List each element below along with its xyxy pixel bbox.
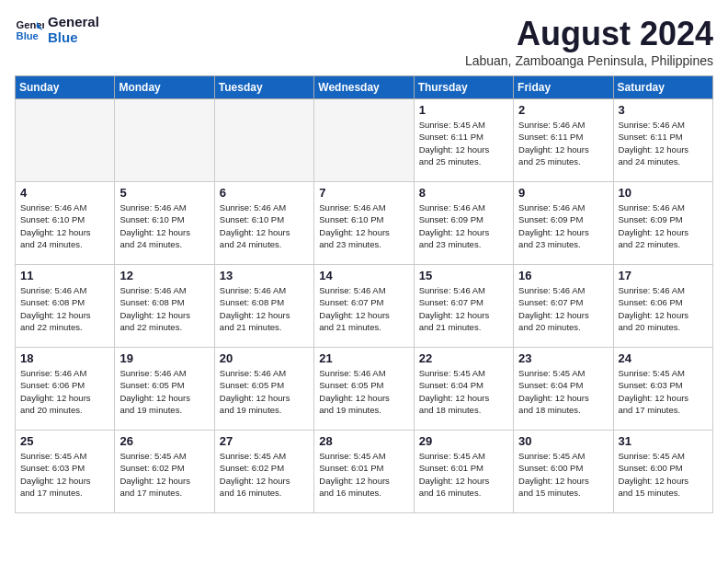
day-number: 17 [619, 269, 708, 282]
cell-info: Sunrise: 5:45 AM Sunset: 6:01 PM Dayligh… [419, 450, 508, 499]
cell-info: Sunrise: 5:45 AM Sunset: 6:03 PM Dayligh… [619, 367, 708, 416]
cell-info: Sunrise: 5:46 AM Sunset: 6:10 PM Dayligh… [20, 201, 109, 250]
calendar-cell: 17Sunrise: 5:46 AM Sunset: 6:06 PM Dayli… [613, 265, 712, 348]
header-friday: Friday [514, 76, 613, 99]
calendar-cell: 12Sunrise: 5:46 AM Sunset: 6:08 PM Dayli… [115, 265, 214, 348]
cell-info: Sunrise: 5:45 AM Sunset: 6:04 PM Dayligh… [518, 367, 608, 416]
svg-text:General: General [17, 19, 44, 30]
calendar-cell: 30Sunrise: 5:45 AM Sunset: 6:00 PM Dayli… [514, 431, 613, 513]
day-number: 20 [220, 351, 309, 365]
header-sunday: Sunday [16, 76, 115, 99]
cell-info: Sunrise: 5:46 AM Sunset: 6:10 PM Dayligh… [220, 201, 309, 250]
calendar-cell: 10Sunrise: 5:46 AM Sunset: 6:09 PM Dayli… [613, 182, 712, 265]
calendar-cell: 2Sunrise: 5:46 AM Sunset: 6:11 PM Daylig… [514, 99, 613, 182]
calendar-cell: 16Sunrise: 5:46 AM Sunset: 6:07 PM Dayli… [514, 265, 613, 348]
logo-icon: General Blue [15, 16, 44, 45]
calendar-table: SundayMondayTuesdayWednesdayThursdayFrid… [15, 75, 713, 513]
cell-info: Sunrise: 5:46 AM Sunset: 6:08 PM Dayligh… [119, 284, 209, 333]
cell-info: Sunrise: 5:46 AM Sunset: 6:07 PM Dayligh… [419, 284, 508, 333]
logo-line2: Blue [48, 30, 99, 46]
cell-info: Sunrise: 5:46 AM Sunset: 6:11 PM Dayligh… [518, 119, 608, 167]
day-number: 14 [319, 269, 408, 282]
calendar-cell: 28Sunrise: 5:45 AM Sunset: 6:01 PM Dayli… [314, 431, 414, 513]
calendar-cell: 5Sunrise: 5:46 AM Sunset: 6:10 PM Daylig… [115, 182, 214, 265]
cell-info: Sunrise: 5:46 AM Sunset: 6:09 PM Dayligh… [518, 201, 608, 250]
calendar-cell: 4Sunrise: 5:46 AM Sunset: 6:10 PM Daylig… [16, 182, 115, 265]
day-number: 31 [619, 434, 708, 448]
calendar-cell [214, 99, 313, 182]
calendar-cell: 21Sunrise: 5:46 AM Sunset: 6:05 PM Dayli… [314, 348, 414, 431]
cell-info: Sunrise: 5:45 AM Sunset: 6:00 PM Dayligh… [518, 450, 608, 499]
calendar-cell: 3Sunrise: 5:46 AM Sunset: 6:11 PM Daylig… [613, 99, 712, 182]
week-row-3: 11Sunrise: 5:46 AM Sunset: 6:08 PM Dayli… [16, 265, 713, 348]
calendar-cell: 25Sunrise: 5:45 AM Sunset: 6:03 PM Dayli… [16, 431, 115, 513]
calendar-cell: 14Sunrise: 5:46 AM Sunset: 6:07 PM Dayli… [314, 265, 414, 348]
location-subtitle: Labuan, Zamboanga Peninsula, Philippines [465, 53, 713, 68]
day-number: 27 [220, 434, 309, 448]
day-number: 6 [220, 186, 309, 200]
calendar-cell: 31Sunrise: 5:45 AM Sunset: 6:00 PM Dayli… [613, 431, 712, 513]
calendar-cell [16, 99, 115, 182]
week-row-4: 18Sunrise: 5:46 AM Sunset: 6:06 PM Dayli… [16, 348, 713, 431]
cell-info: Sunrise: 5:46 AM Sunset: 6:07 PM Dayligh… [518, 284, 608, 333]
cell-info: Sunrise: 5:46 AM Sunset: 6:10 PM Dayligh… [319, 201, 408, 250]
cell-info: Sunrise: 5:46 AM Sunset: 6:05 PM Dayligh… [119, 367, 209, 416]
cell-info: Sunrise: 5:45 AM Sunset: 6:11 PM Dayligh… [419, 119, 508, 167]
day-number: 19 [119, 351, 209, 365]
header-thursday: Thursday [414, 76, 513, 99]
cell-info: Sunrise: 5:45 AM Sunset: 6:00 PM Dayligh… [619, 450, 708, 499]
cell-info: Sunrise: 5:46 AM Sunset: 6:05 PM Dayligh… [220, 367, 309, 416]
cell-info: Sunrise: 5:45 AM Sunset: 6:02 PM Dayligh… [119, 450, 209, 499]
calendar-cell: 15Sunrise: 5:46 AM Sunset: 6:07 PM Dayli… [414, 265, 513, 348]
calendar-cell [314, 99, 414, 182]
cell-info: Sunrise: 5:46 AM Sunset: 6:06 PM Dayligh… [619, 284, 708, 333]
header-tuesday: Tuesday [214, 76, 313, 99]
calendar-cell: 29Sunrise: 5:45 AM Sunset: 6:01 PM Dayli… [414, 431, 513, 513]
day-number: 12 [119, 269, 209, 282]
calendar-cell: 11Sunrise: 5:46 AM Sunset: 6:08 PM Dayli… [16, 265, 115, 348]
day-number: 10 [619, 186, 708, 200]
day-number: 25 [20, 434, 109, 448]
day-number: 21 [319, 351, 408, 365]
day-number: 15 [419, 269, 508, 282]
cell-info: Sunrise: 5:46 AM Sunset: 6:11 PM Dayligh… [619, 119, 708, 167]
cell-info: Sunrise: 5:46 AM Sunset: 6:08 PM Dayligh… [220, 284, 309, 333]
day-number: 22 [419, 351, 508, 365]
day-number: 28 [319, 434, 408, 448]
day-number: 13 [220, 269, 309, 282]
cell-info: Sunrise: 5:46 AM Sunset: 6:08 PM Dayligh… [20, 284, 109, 333]
calendar-cell: 26Sunrise: 5:45 AM Sunset: 6:02 PM Dayli… [115, 431, 214, 513]
logo: General Blue General Blue [15, 15, 99, 45]
header-wednesday: Wednesday [314, 76, 414, 99]
cell-info: Sunrise: 5:45 AM Sunset: 6:04 PM Dayligh… [419, 367, 508, 416]
header-saturday: Saturday [613, 76, 712, 99]
day-number: 11 [20, 269, 109, 282]
calendar-cell: 27Sunrise: 5:45 AM Sunset: 6:02 PM Dayli… [214, 431, 313, 513]
calendar-cell [115, 99, 214, 182]
calendar-cell: 1Sunrise: 5:45 AM Sunset: 6:11 PM Daylig… [414, 99, 513, 182]
cell-info: Sunrise: 5:46 AM Sunset: 6:07 PM Dayligh… [319, 284, 408, 333]
title-block: August 2024 Labuan, Zamboanga Peninsula,… [465, 15, 713, 68]
calendar-cell: 19Sunrise: 5:46 AM Sunset: 6:05 PM Dayli… [115, 348, 214, 431]
day-number: 26 [119, 434, 209, 448]
calendar-cell: 13Sunrise: 5:46 AM Sunset: 6:08 PM Dayli… [214, 265, 313, 348]
header-monday: Monday [115, 76, 214, 99]
week-row-2: 4Sunrise: 5:46 AM Sunset: 6:10 PM Daylig… [16, 182, 713, 265]
calendar-cell: 20Sunrise: 5:46 AM Sunset: 6:05 PM Dayli… [214, 348, 313, 431]
day-number: 24 [619, 351, 708, 365]
day-number: 29 [419, 434, 508, 448]
cell-info: Sunrise: 5:46 AM Sunset: 6:06 PM Dayligh… [20, 367, 109, 416]
cell-info: Sunrise: 5:45 AM Sunset: 6:02 PM Dayligh… [220, 450, 309, 499]
calendar-cell: 7Sunrise: 5:46 AM Sunset: 6:10 PM Daylig… [314, 182, 414, 265]
calendar-cell: 23Sunrise: 5:45 AM Sunset: 6:04 PM Dayli… [514, 348, 613, 431]
day-number: 7 [319, 186, 408, 200]
calendar-cell: 9Sunrise: 5:46 AM Sunset: 6:09 PM Daylig… [514, 182, 613, 265]
cell-info: Sunrise: 5:46 AM Sunset: 6:09 PM Dayligh… [619, 201, 708, 250]
calendar-cell: 24Sunrise: 5:45 AM Sunset: 6:03 PM Dayli… [613, 348, 712, 431]
page-header: General Blue General Blue August 2024 La… [15, 15, 713, 68]
day-number: 9 [518, 186, 608, 200]
cell-info: Sunrise: 5:46 AM Sunset: 6:10 PM Dayligh… [119, 201, 209, 250]
cell-info: Sunrise: 5:46 AM Sunset: 6:05 PM Dayligh… [319, 367, 408, 416]
day-number: 16 [518, 269, 608, 282]
header-row: SundayMondayTuesdayWednesdayThursdayFrid… [16, 76, 713, 99]
